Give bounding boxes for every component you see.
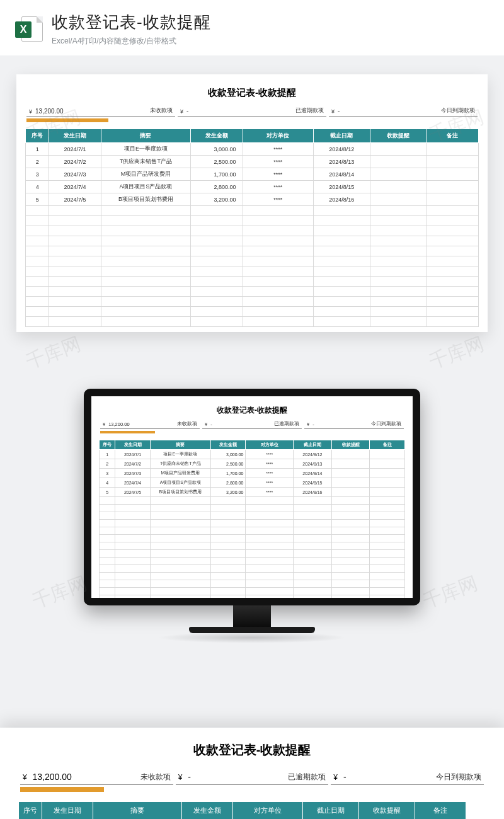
table-row [100,580,405,588]
sheet-title: 收款登记表-收款提醒 [19,742,485,759]
column-header: 截止日期 [303,802,359,819]
column-header: 序号 [100,440,115,450]
column-header: 对方单位 [243,129,313,143]
summary-row: ¥ 13,200.00 未收款项 ¥ - 已逾期款项 ¥ - [19,771,485,792]
column-header: 发生金额 [210,440,246,450]
sheet-title: 收款登记表-收款提醒 [99,405,405,416]
table-row: 12024/7/1项目E一季度款项 3,000.00**** 2024/8/12 [100,450,405,459]
table-row: 52024/7/5B项目项目策划书费用 3,200.00**** 2024/8/… [26,193,479,206]
column-header: 备注 [415,802,466,819]
page-subtitle: Excel/A4打印/内容随意修改/自带格式 [52,36,211,47]
table-row: 42024/7/4A项目项目S产品款项 2,800.00**** 2024/8/… [26,181,479,193]
spreadsheet-preview-monitor: 收款登记表-收款提醒 ¥ 13,200.00 未收款项 ¥ - 已逾期款项 [91,396,413,598]
column-header: 发生日期 [115,440,151,450]
table-row: 22024/7/2T供应商未销售T产品 2,500.00**** 2024/8/… [100,459,405,469]
summary-block: ¥ - 今日到期款项 [329,771,485,792]
table-row [26,266,479,277]
table-row [100,512,405,520]
table-header-row: 序号发生日期摘要发生金额对方单位截止日期收款提醒备注 [19,802,485,819]
table-row [100,542,405,550]
column-header: 发生日期 [42,802,93,819]
column-header: 对方单位 [233,802,303,819]
summary-block: ¥ - 今日到期款项 [328,106,479,122]
column-header: 备注 [370,440,405,450]
summary-block: ¥ - 已逾期款项 [201,421,303,433]
page-title: 收款登记表-收款提醒 [52,11,211,33]
summary-row: ¥ 13,200.00 未收款项 ¥ - 已逾期款项 ¥ - [25,106,479,122]
excel-file-icon: X [15,15,43,43]
spreadsheet-preview-top: 收款登记表-收款提醒 ¥ 13,200.00 未收款项 ¥ - 已逾期款项 [16,74,488,332]
column-header: 摘要 [93,802,182,819]
table-row [100,520,405,527]
table-row [26,206,479,216]
monitor-mockup: 收款登记表-收款提醒 ¥ 13,200.00 未收款项 ¥ - 已逾期款项 [0,389,504,643]
summary-block: ¥ - 已逾期款项 [175,771,330,792]
data-table: 序号发生日期摘要发生金额对方单位截止日期收款提醒备注 12024/7/1项目E一… [99,440,405,598]
summary-block: ¥ 13,200.00 未收款项 [99,421,201,433]
table-row: 12024/7/1项目E一季度款项 3,000.00**** 2024/8/12 [26,143,479,156]
column-header: 收款提醒 [370,129,427,143]
table-row [100,558,405,565]
summary-block: ¥ - 已逾期款项 [176,106,328,122]
column-header: 收款提醒 [359,802,415,819]
table-row [26,226,479,236]
table-row: 32024/7/3M项目产品研发费用 1,700.00**** 2024/8/1… [100,469,405,478]
table-row [100,550,405,558]
table-row: 52024/7/5B项目项目策划书费用 3,200.00**** 2024/8/… [100,488,405,497]
column-header: 序号 [19,802,42,819]
spreadsheet-preview-bottom: 收款登记表-收款提醒 ¥ 13,200.00 未收款项 ¥ - 已逾期款项 [0,728,504,819]
table-row [100,565,405,573]
table-row: 32024/7/3M项目产品研发费用 1,700.00**** 2024/8/1… [26,168,479,181]
page-header: X 收款登记表-收款提醒 Excel/A4打印/内容随意修改/自带格式 [0,0,504,55]
column-header: 备注 [427,129,478,143]
column-header: 发生金额 [182,802,233,819]
table-row [100,505,405,512]
table-row [26,287,479,297]
summary-block: ¥ - 今日到期款项 [303,421,405,433]
column-header: 对方单位 [246,440,294,450]
column-header: 摘要 [101,129,190,143]
table-row [26,216,479,226]
table-row [26,307,479,317]
summary-row: ¥ 13,200.00 未收款项 ¥ - 已逾期款项 ¥ - [99,421,405,433]
table-row [26,297,479,307]
column-header: 发生金额 [191,129,243,143]
table-row: 42024/7/4A项目项目S产品款项 2,800.00**** 2024/8/… [100,478,405,488]
table-row [26,317,479,327]
table-row [100,527,405,535]
table-row [100,595,405,598]
table-row [26,246,479,256]
column-header: 序号 [26,129,49,143]
table-row: 22024/7/2T供应商未销售T产品 2,500.00**** 2024/8/… [26,156,479,168]
table-row [26,277,479,287]
sheet-title: 收款登记表-收款提醒 [25,87,479,99]
column-header: 发生日期 [49,129,101,143]
table-row [100,535,405,542]
summary-block: ¥ 13,200.00 未收款项 [25,106,176,122]
column-header: 截止日期 [294,440,332,450]
column-header: 收款提醒 [331,440,370,450]
table-row [100,497,405,505]
table-row [26,256,479,266]
summary-block: ¥ 13,200.00 未收款项 [19,771,175,792]
table-row [26,236,479,246]
column-header: 截止日期 [313,129,370,143]
column-header: 摘要 [150,440,210,450]
table-row [100,588,405,595]
table-row [100,573,405,580]
data-table: 序号发生日期摘要发生金额对方单位截止日期收款提醒备注 12024/7/1项目E一… [25,129,479,327]
